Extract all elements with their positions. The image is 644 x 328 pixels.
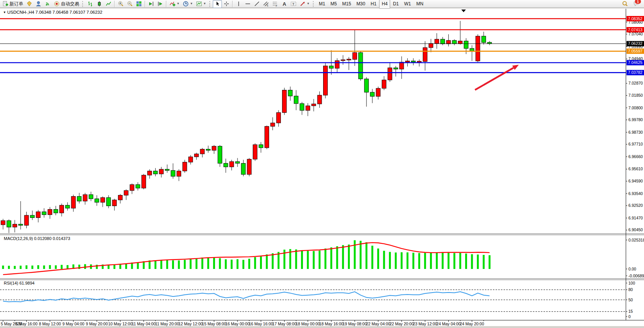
timeframe-W1[interactable]: W1 (402, 0, 414, 9)
toolbar-button-label: D1 (393, 1, 399, 6)
price-tick-label: 7.02870 (628, 81, 643, 85)
crosshair-button[interactable] (222, 0, 231, 8)
text-label-button[interactable]: T (289, 0, 298, 8)
time-tick-label: 24 May 20:00 (460, 322, 484, 326)
profile-button[interactable] (34, 0, 43, 8)
toolbar-button-label: M5 (330, 1, 337, 6)
price-badge-label: 7.05597 (628, 49, 642, 53)
timeframe-M15[interactable]: M15 (340, 0, 354, 9)
time-tick-label: 9 May 20:00 (86, 322, 108, 326)
svg-text:F: F (276, 5, 277, 7)
horizontal-line-button[interactable] (243, 0, 252, 8)
candlestick-chart-icon (96, 1, 102, 7)
text-icon: A (281, 1, 287, 7)
timeframe-M1[interactable]: M1 (316, 0, 328, 9)
signals-button[interactable] (43, 0, 52, 8)
template-icon (196, 1, 202, 7)
chevron-down-icon: ▼ (307, 2, 310, 5)
timeframe-H4[interactable]: H4 (379, 0, 390, 9)
equidistant-channel-icon: E (263, 1, 269, 7)
chart-area[interactable]: 7.080607.070407.059907.049407.028707.018… (0, 0, 644, 328)
new-order-button[interactable]: 新订单 (1, 0, 25, 8)
svg-text:E: E (267, 4, 269, 7)
chart-title-dropdown-icon[interactable]: ▼ (3, 11, 6, 14)
timeframe-MN[interactable]: MN (414, 0, 426, 9)
timeframe-D1[interactable]: D1 (390, 0, 401, 9)
price-badge-label: 7.04625 (628, 60, 642, 65)
autotrading-button[interactable]: 自动交易 (52, 0, 81, 8)
rsi-axis-label: 15 (628, 309, 633, 314)
line-chart-button[interactable] (104, 0, 113, 8)
toolbar-separator (145, 1, 145, 7)
price-tick-label: 7.00800 (628, 106, 643, 110)
chevron-down-icon: ▼ (177, 2, 180, 5)
candlestick-chart-button[interactable] (95, 0, 104, 8)
search-button[interactable] (620, 0, 630, 8)
chart-title-text: USDCNH-,H4 7.06348 7.06458 7.06107 7.062… (7, 10, 102, 14)
trendline-button[interactable] (252, 0, 261, 8)
time-tick-label: 12 May 12:00 (179, 322, 203, 326)
chart-shift-button[interactable] (156, 0, 165, 8)
time-tick-label: 15 May 08:00 (202, 322, 226, 326)
toolbar-button-label: M30 (356, 1, 365, 6)
toolbar-button-label: H1 (371, 1, 376, 6)
toolbar-separator (166, 1, 167, 7)
rsi-axis-label: 80 (628, 287, 633, 292)
time-tick-label: 18 May 00:00 (296, 322, 320, 326)
horizontal-line-icon (245, 1, 251, 7)
price-tick-label: 6.99780 (628, 117, 643, 122)
bar-chart-button[interactable] (86, 0, 95, 8)
tile-windows-icon (136, 1, 142, 7)
market-watch-button[interactable] (25, 0, 34, 8)
template-button[interactable]: ▼ (194, 0, 208, 8)
chat-button[interactable]: 1 (632, 0, 641, 8)
macd-indicator-label: MACD(12,26,9) 0.012080 0.014373 (4, 236, 70, 241)
price-tick-label: 6.93540 (628, 191, 643, 196)
time-tick-label: 5 May 16:00 (16, 322, 38, 326)
zoom-in-button[interactable] (116, 0, 125, 8)
macd-axis-label: -0.006894 (628, 274, 644, 278)
vertical-line-button[interactable] (234, 0, 243, 8)
toolbar-button-label: M15 (342, 1, 351, 6)
zoom-out-button[interactable] (125, 0, 134, 8)
price-tick-label: 6.98730 (628, 130, 643, 134)
rsi-axis-label: 50 (628, 298, 633, 302)
toolbar-separator (232, 1, 233, 7)
tile-windows-button[interactable] (134, 0, 143, 8)
cursor-button[interactable] (213, 0, 222, 8)
vertical-line-icon (236, 1, 242, 7)
add-indicator-button[interactable]: ▼ (168, 0, 181, 8)
time-tick-label: 17 May 08:00 (272, 322, 296, 326)
equidistant-channel-button[interactable]: E (261, 0, 271, 8)
price-tick-label: 7.01850 (628, 93, 643, 98)
auto-scroll-button[interactable] (147, 0, 156, 8)
toolbar-grip (82, 1, 84, 7)
price-tick-label: 6.90450 (628, 227, 643, 232)
toolbar-button-label: M1 (319, 1, 325, 6)
chevron-down-icon: ▼ (190, 2, 193, 5)
line-chart-icon (105, 1, 112, 7)
time-tick-label: 10 May 12:00 (108, 322, 132, 326)
period-clock-icon (183, 1, 189, 7)
time-tick-label: 18 May 16:00 (319, 322, 344, 326)
fibonacci-button[interactable]: F (271, 0, 280, 8)
period-clock-button[interactable]: ▼ (181, 0, 194, 8)
price-badge-label: 7.06232 (628, 41, 642, 46)
chart-title: ▼USDCNH-,H4 7.06348 7.06458 7.06107 7.06… (3, 10, 102, 14)
text-button[interactable]: A (280, 0, 289, 8)
cursor-icon (214, 1, 220, 7)
price-badge-label: 7.03782 (628, 70, 642, 75)
main-chart-panel[interactable] (0, 9, 626, 233)
toolbar-grip (313, 1, 315, 7)
price-tick-label: 6.92520 (628, 203, 643, 208)
timeframe-H1[interactable]: H1 (368, 0, 379, 9)
price-badge-label: 7.07413 (628, 27, 642, 32)
shapes-button[interactable]: ▼ (298, 0, 311, 8)
timeframe-M5[interactable]: M5 (328, 0, 340, 9)
time-tick-label: 22 May 20:00 (389, 322, 414, 326)
time-tick-label: 9 May 04:00 (62, 322, 84, 326)
market-watch-icon (26, 1, 32, 7)
toolbar-button-label: H4 (382, 1, 387, 6)
text-label-icon: T (290, 1, 296, 7)
timeframe-M30[interactable]: M30 (354, 0, 368, 9)
